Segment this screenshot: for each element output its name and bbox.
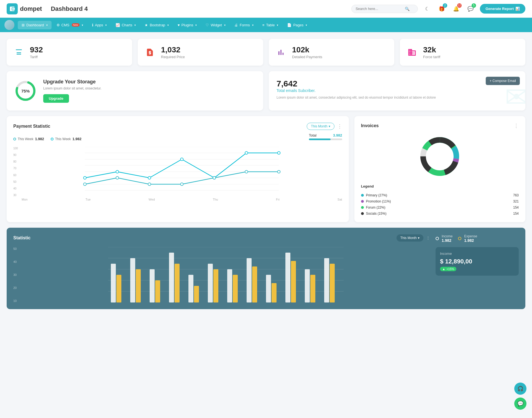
- force-tariff-value: 32k: [423, 45, 440, 54]
- charts-chevron: ▾: [134, 24, 136, 27]
- legend-dot-0: [13, 138, 16, 140]
- x-axis-labels: Mon Tue Wed Thu Fri Sat: [22, 198, 342, 201]
- nav-item-bootstrap[interactable]: ★ Bootstrap ▾: [141, 21, 173, 29]
- legend-val-1: 1.982: [72, 137, 81, 141]
- svg-rect-51: [272, 283, 277, 302]
- legend-title: Legend: [361, 184, 519, 188]
- stat-card-tariff: 932 Tariff: [7, 39, 132, 66]
- page-title: Dashboard 4: [51, 5, 351, 12]
- statistic-title: Statistic: [13, 235, 30, 240]
- mid-row: 75% Upgrade Your Storage Lorem ipsum dol…: [7, 71, 525, 111]
- svg-rect-56: [324, 258, 329, 302]
- x-label-tue: Tue: [86, 198, 91, 201]
- logo-icon: [7, 3, 18, 14]
- nav-apps-label: Apps: [95, 23, 103, 27]
- inv-dot-3: [361, 212, 364, 215]
- required-price-label: Required Price: [161, 55, 185, 59]
- svg-rect-34: [111, 264, 116, 302]
- legend-dot-1: [51, 138, 53, 140]
- invoices-legend: Legend Primary (27%) 763 Promotion (11%)…: [361, 184, 519, 216]
- forms-icon: 🖨: [234, 23, 238, 27]
- statistic-more-icon[interactable]: ⋮: [426, 236, 430, 240]
- stat-card-tariff-info: 932 Tariff: [30, 45, 43, 59]
- expense-value: 1.982: [464, 238, 477, 243]
- inv-label-1: Promotion (11%): [366, 199, 391, 203]
- stat-y-50: 50: [13, 247, 17, 250]
- dashboard-chevron: ▾: [46, 24, 48, 27]
- upgrade-card: 75% Upgrade Your Storage Lorem ipsum dol…: [7, 71, 263, 111]
- svg-rect-44: [208, 264, 213, 302]
- detailed-payments-value: 102k: [292, 45, 322, 54]
- moon-icon-btn[interactable]: ☾: [422, 4, 432, 14]
- upgrade-desc: Lorem ipsum dolor sit amet, onsectetur.: [43, 86, 101, 90]
- statistic-section: Statistic This Month ▾ ⋮ 50 40 30 2: [7, 228, 525, 309]
- svg-point-22: [245, 170, 248, 173]
- charts-icon: 📈: [116, 23, 120, 27]
- svg-rect-39: [155, 280, 160, 302]
- cms-icon: ⚙: [57, 23, 60, 27]
- inv-dot-1: [361, 200, 364, 203]
- x-label-mon: Mon: [22, 198, 27, 201]
- nav-item-dashboard[interactable]: ⊞ Dashboard ▾: [18, 21, 52, 29]
- stat-card-force-tariff: 32k Force tariff: [400, 39, 525, 66]
- statistic-this-month-btn[interactable]: This Month ▾: [397, 234, 423, 242]
- nav-item-widget[interactable]: ♡ Widget ▾: [202, 21, 229, 29]
- upgrade-info: Upgrade Your Storage Lorem ipsum dolor s…: [43, 79, 101, 103]
- svg-rect-53: [291, 261, 296, 302]
- force-tariff-icon: [405, 46, 419, 59]
- gift-badge: 2: [443, 3, 447, 8]
- compose-email-button[interactable]: + Compose Email: [486, 77, 520, 85]
- nav-item-apps[interactable]: ℹ Apps ▾: [88, 21, 111, 29]
- svg-point-16: [277, 152, 280, 154]
- search-icon: 🔍: [405, 7, 410, 11]
- stat-y-30: 30: [13, 273, 17, 276]
- payment-chart-title: Payment Statistic: [13, 124, 50, 129]
- svg-point-23: [277, 170, 280, 173]
- legend-row-3: Socials (15%) 154: [361, 212, 519, 216]
- inv-value-3: 154: [513, 212, 519, 216]
- statistic-grid: Statistic This Month ▾ ⋮ 50 40 30 2: [13, 234, 519, 302]
- nav-item-pages[interactable]: 📄 Pages ▾: [283, 21, 311, 29]
- invoices-more-icon[interactable]: ⋮: [514, 123, 519, 129]
- nav-item-plugins[interactable]: ♥ Plugins ▾: [174, 21, 201, 29]
- top-header: dompet Dashboard 4 🔍 ☾ 🎁 2 🔔 12 💬 5 Gene…: [0, 0, 532, 18]
- nav-item-cms[interactable]: ⚙ CMS New ▾: [53, 21, 87, 29]
- generate-report-button[interactable]: Generate Report 📊: [480, 4, 525, 14]
- nav-item-table[interactable]: ≡ Table ▾: [259, 21, 282, 29]
- upgrade-button[interactable]: Upgrade: [43, 94, 69, 103]
- nav-avatar: [4, 20, 14, 30]
- income-box-value: $ 12,890,00: [440, 258, 514, 265]
- chat-icon-btn[interactable]: 💬 5: [466, 4, 475, 14]
- y-label-80: 80: [13, 160, 18, 163]
- search-input[interactable]: [355, 7, 403, 11]
- bell-icon-btn[interactable]: 🔔 12: [451, 4, 461, 14]
- svg-rect-48: [247, 258, 252, 302]
- bottom-row: Payment Statistic This Month ▾ ⋮ This We…: [7, 116, 525, 222]
- more-options-icon[interactable]: ⋮: [337, 123, 342, 129]
- income-box-badge: ▲ +15%: [440, 267, 456, 271]
- svg-point-13: [180, 158, 183, 161]
- svg-rect-40: [169, 253, 174, 302]
- apps-chevron: ▾: [105, 24, 107, 27]
- income-label: Income: [442, 234, 452, 238]
- bootstrap-chevron: ▾: [167, 24, 169, 27]
- nav-table-label: Table: [266, 23, 275, 27]
- search-bar[interactable]: 🔍: [351, 5, 418, 13]
- nav-forms-label: Forms: [240, 23, 250, 27]
- nav-item-forms[interactable]: 🖨 Forms ▾: [231, 21, 257, 29]
- statistic-header: Statistic This Month ▾ ⋮: [13, 234, 430, 242]
- legend-row-1: Promotion (11%) 321: [361, 199, 519, 203]
- cms-chevron: ▾: [82, 24, 83, 27]
- gift-icon-btn[interactable]: 🎁 2: [437, 4, 447, 14]
- svg-rect-52: [285, 253, 290, 302]
- this-month-button[interactable]: This Month ▾: [307, 123, 334, 130]
- nav-plugins-label: Plugins: [181, 23, 193, 27]
- stat-y-10: 10: [13, 299, 17, 302]
- required-price-info: 1,032 Required Price: [161, 45, 185, 59]
- y-label-70: 70: [13, 167, 18, 170]
- nav-item-charts[interactable]: 📈 Charts ▾: [112, 21, 140, 29]
- income-item: Income 1.982: [436, 234, 452, 243]
- stat-card-required-price: 1,032 Required Price: [138, 39, 263, 66]
- line-chart-svg: [22, 147, 342, 197]
- inv-label-3: Socials (15%): [366, 212, 387, 216]
